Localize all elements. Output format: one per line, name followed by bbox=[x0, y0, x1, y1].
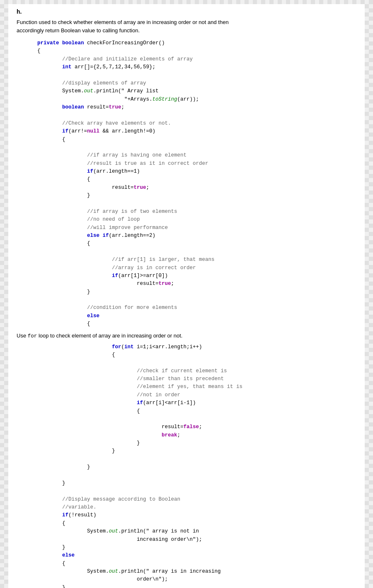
code-block-for: for(int i=1;i<arr.length;i++) { //check … bbox=[17, 343, 356, 588]
code-block-main: private boolean checkForIncreasingOrder(… bbox=[17, 39, 356, 328]
description: Function used to check whether elements … bbox=[17, 18, 356, 34]
for-code-inline: for bbox=[28, 333, 37, 339]
section-header: h. bbox=[17, 8, 356, 15]
inline-for-description: Use for loop to check element of array a… bbox=[17, 333, 356, 339]
page-container: h. Function used to check whether elemen… bbox=[8, 4, 365, 588]
